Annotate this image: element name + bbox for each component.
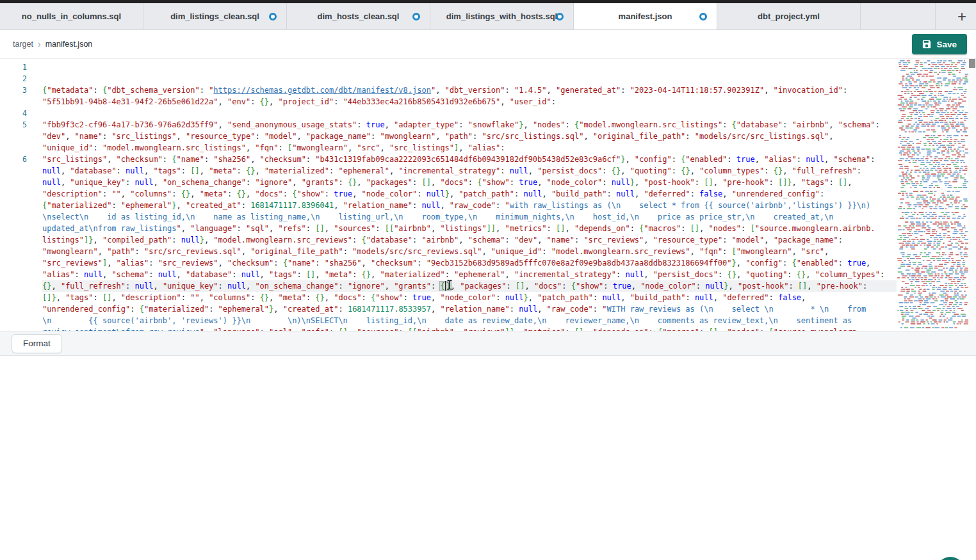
editor-rows: 123{"metadata": {"dbt_schema_version": "… — [0, 61, 897, 331]
code-text: {"metadata": {"dbt_schema_version": "htt… — [42, 84, 897, 96]
code-row[interactable]: "dev", "name": "src_listings", "resource… — [0, 131, 897, 142]
minimap[interactable] — [897, 59, 968, 331]
format-toolbar: Format — [0, 331, 976, 356]
code-text: "description": "", "columns": {}, "meta"… — [42, 188, 897, 200]
save-button[interactable]: Save — [912, 34, 967, 54]
code-text: "src_listings", "checksum": {"name": "sh… — [42, 154, 897, 165]
line-number — [0, 280, 27, 292]
code-row[interactable]: null, "database": null, "tags": [], "met… — [0, 165, 897, 177]
code-editor[interactable]: 123{"metadata": {"dbt_schema_version": "… — [0, 59, 976, 331]
code-row[interactable]: "description": "", "columns": {}, "meta"… — [0, 188, 897, 200]
tab-label: dim_listings_with_hosts.sql — [446, 12, 557, 21]
tab-label: dbt_project.yml — [758, 12, 820, 21]
code-row[interactable]: "src_reviews"], "alias": "src_reviews", … — [0, 257, 897, 269]
code-text: null, "database": null, "tags": [], "met… — [42, 165, 897, 177]
code-text: "unique_id": "model.mwonglearn.src_listi… — [42, 142, 897, 154]
tab-label: dim_hosts_clean.sql — [318, 12, 400, 21]
code-row[interactable]: []}, "tags": [], "description": "", "col… — [0, 292, 897, 303]
tab-label: dim_listings_clean.sql — [170, 12, 259, 21]
code-row[interactable]: 5"fbb9f3c2-cf96-4a17-b736-976a62d35ff9",… — [0, 119, 897, 131]
tab-dim-listings-with-hosts-sql[interactable]: dim_listings_with_hosts.sql — [430, 3, 574, 29]
code-row[interactable]: 6"src_listings", "checksum": {"name": "s… — [0, 154, 897, 165]
code-text: updated_at\nfrom raw_listings", "languag… — [42, 223, 897, 234]
line-number — [0, 131, 27, 142]
line-number — [0, 188, 27, 200]
code-text: []}, "tags": [], "description": "", "col… — [42, 292, 897, 303]
tab-label: manifest.json — [619, 12, 672, 21]
line-number: 3 — [0, 84, 27, 96]
code-row[interactable]: {}, "full_refresh": null, "unique_key": … — [0, 280, 897, 292]
editor-scrollbar[interactable] — [968, 59, 976, 331]
code-text — [42, 73, 897, 84]
line-number — [0, 303, 27, 315]
format-button[interactable]: Format — [12, 334, 62, 353]
tab-dim-hosts-clean-sql[interactable]: dim_hosts_clean.sql — [287, 3, 430, 29]
results-pane — [0, 356, 976, 560]
code-row[interactable]: \nselect\n id as listing_id,\n name as l… — [0, 211, 897, 223]
new-tab-button[interactable]: + — [950, 3, 973, 30]
line-number — [0, 177, 27, 188]
code-text: {}, "full_refresh": null, "unique_key": … — [42, 280, 897, 292]
chevron-right-icon: › — [38, 39, 41, 49]
line-number: 1 — [0, 61, 27, 73]
code-row[interactable]: updated_at\nfrom raw_listings", "languag… — [0, 223, 897, 234]
line-number — [0, 211, 27, 223]
code-row[interactable]: 4 — [0, 108, 897, 119]
tab-dbt-project-yml[interactable]: dbt_project.yml — [717, 3, 861, 29]
code-row[interactable]: 1 — [0, 61, 897, 73]
plus-icon: + — [957, 9, 966, 24]
code-row[interactable]: review_sentiment\nfrom raw_reviews", "la… — [0, 326, 897, 331]
line-number — [0, 200, 27, 211]
code-row[interactable]: listings"]}, "compiled_path": null}, "mo… — [0, 234, 897, 246]
save-button-label: Save — [936, 40, 957, 49]
code-text: \nselect\n id as listing_id,\n name as l… — [42, 211, 897, 223]
line-number — [0, 269, 27, 280]
line-number — [0, 315, 27, 326]
unsaved-indicator-icon[interactable] — [269, 13, 277, 20]
line-number — [0, 96, 27, 108]
file-header-bar: target › manifest.json Save — [0, 30, 976, 59]
tab-no-nulls-in-columns-sql[interactable]: no_nulls_in_columns.sql — [0, 3, 143, 29]
code-row[interactable]: "unique_id": "model.mwonglearn.src_listi… — [0, 142, 897, 154]
code-row[interactable]: "mwonglearn", "path": "src/src_reviews.s… — [0, 246, 897, 257]
code-row[interactable]: "5f51bb91-94b8-4e31-94f2-26b5e061d22a", … — [0, 96, 897, 108]
code-text — [42, 108, 897, 119]
line-number — [0, 234, 27, 246]
line-number: 6 — [0, 154, 27, 165]
code-text: "alias": null, "schema": null, "database… — [42, 269, 897, 280]
code-row[interactable]: 3{"metadata": {"dbt_schema_version": "ht… — [0, 84, 897, 96]
code-text — [42, 61, 897, 73]
code-row[interactable]: "alias": null, "schema": null, "database… — [0, 269, 897, 280]
line-number: 4 — [0, 108, 27, 119]
unsaved-indicator-icon[interactable] — [556, 13, 564, 20]
code-text: listings"]}, "compiled_path": null}, "mo… — [42, 234, 897, 246]
tab-manifest-json[interactable]: manifest.json — [574, 3, 717, 29]
unsaved-indicator-icon[interactable] — [699, 13, 707, 20]
code-row[interactable]: 2 — [0, 73, 897, 84]
line-number — [0, 326, 27, 331]
line-number — [0, 246, 27, 257]
floppy-disk-icon — [922, 40, 931, 49]
code-row[interactable]: {"materialized": "ephemeral"}, "created_… — [0, 200, 897, 211]
code-row[interactable]: \n {{ source('airbnb', 'reviews') }}\n \… — [0, 315, 897, 326]
code-text: review_sentiment\nfrom raw_reviews", "la… — [42, 326, 897, 331]
tab-dim-listings-clean-sql[interactable]: dim_listings_clean.sql — [143, 3, 287, 29]
line-number — [0, 292, 27, 303]
code-text: null, "unique_key": null, "on_schema_cha… — [42, 177, 897, 188]
line-number — [0, 257, 27, 269]
code-row[interactable]: null, "unique_key": null, "on_schema_cha… — [0, 177, 897, 188]
code-text: "mwonglearn", "path": "src/src_reviews.s… — [42, 246, 897, 257]
code-text: "dev", "name": "src_listings", "resource… — [42, 131, 897, 142]
line-number — [0, 223, 27, 234]
tab-bar-divider — [935, 3, 936, 30]
line-number: 5 — [0, 119, 27, 131]
breadcrumb-dir[interactable]: target — [13, 40, 33, 49]
tab-label: no_nulls_in_columns.sql — [22, 12, 121, 21]
breadcrumb-file[interactable]: manifest.json — [45, 40, 93, 49]
scrollbar-thumb[interactable] — [969, 59, 975, 68]
code-row[interactable]: "unrendered_config": {"materialized": "e… — [0, 303, 897, 315]
line-number — [0, 142, 27, 154]
code-text: \n {{ source('airbnb', 'reviews') }}\n \… — [42, 315, 897, 326]
unsaved-indicator-icon[interactable] — [412, 13, 420, 20]
line-number: 2 — [0, 73, 27, 84]
